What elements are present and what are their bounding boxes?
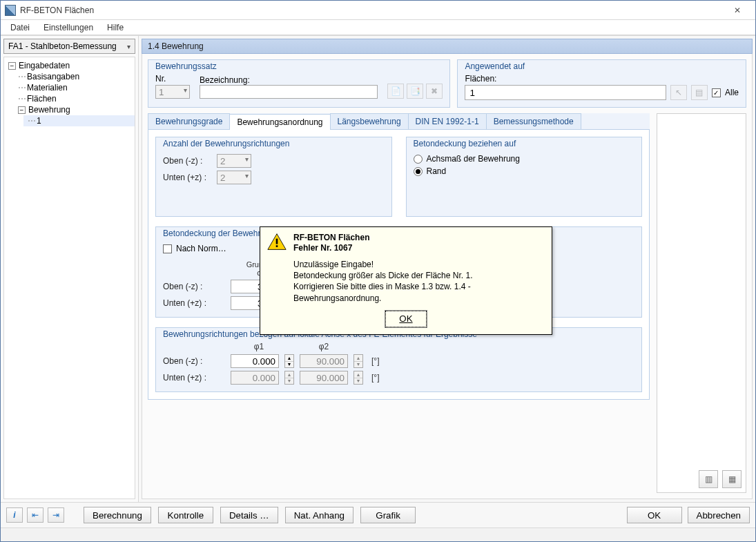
tabs: Bewehrungsgrade Bewehrungsanordnung Läng… xyxy=(148,113,650,130)
check-icon xyxy=(163,244,172,253)
label-r-oben: Oben (-z) : xyxy=(163,356,225,366)
list-flaeche-button[interactable]: ▤ xyxy=(691,85,708,100)
close-icon: ✕ xyxy=(734,6,741,15)
unit-deg: [°] xyxy=(371,356,379,366)
check-icon xyxy=(712,88,721,97)
calc-button[interactable]: Berechnung xyxy=(84,507,151,523)
tree-item-materialien[interactable]: Materialien xyxy=(14,82,135,93)
group-bewehrungssatz: Bewehrungssatz Nr. 1 Bezeichnung: xyxy=(148,59,450,108)
app-icon xyxy=(5,5,16,16)
collapse-icon[interactable]: − xyxy=(18,106,26,114)
arrow-left-icon: ⇤ xyxy=(32,510,39,520)
label-anzahl-oben: Oben (-z) : xyxy=(163,156,211,166)
input-r-oben-phi1[interactable] xyxy=(231,354,279,368)
menu-file[interactable]: Datei xyxy=(5,21,35,34)
view-button-2[interactable]: ▦ xyxy=(722,470,742,488)
next-page-button[interactable]: ⇥ xyxy=(48,507,64,523)
select-anzahl-unten[interactable]: 2 xyxy=(217,171,251,184)
legend-betondeckung: Betondeckung der Bewehrung xyxy=(162,229,275,238)
spinner[interactable]: ▲▼ xyxy=(284,354,294,368)
legend-anzahl: Anzahl der Bewehrungsrichtungen xyxy=(162,139,291,148)
label-nr: Nr. xyxy=(155,74,190,84)
pick-icon: ↖ xyxy=(675,88,682,97)
tree-item-basisangaben[interactable]: Basisangaben xyxy=(14,71,135,82)
window-title: RF-BETON Flächen xyxy=(20,6,94,15)
label-anzahl-unten: Unten (+z) : xyxy=(163,173,211,182)
legend-bewehrungssatz: Bewehrungssatz xyxy=(154,61,218,71)
label-r-unten: Unten (+z) : xyxy=(163,373,225,383)
select-nr[interactable]: 1 xyxy=(155,85,190,99)
svg-rect-1 xyxy=(276,239,278,244)
close-button[interactable]: ✕ xyxy=(724,2,751,19)
error-title-nr: Fehler Nr. 1067 xyxy=(293,243,369,253)
header-phi1: φ1 xyxy=(229,342,289,351)
copy-set-button[interactable]: 📑 xyxy=(407,84,423,99)
ok-button[interactable]: OK xyxy=(627,507,682,523)
tab-bemessungsmethode[interactable]: Bemessungsmethode xyxy=(486,113,581,129)
svg-rect-2 xyxy=(276,245,278,247)
label-flaechen: Flächen: xyxy=(465,74,739,84)
help-icon: i xyxy=(13,510,15,520)
radio-achsmass[interactable]: Achsmaß der Bewehrung xyxy=(414,154,635,164)
new-set-button[interactable]: 📄 xyxy=(387,84,404,99)
panel-title: 1.4 Bewehrung xyxy=(142,39,753,54)
error-line-3: Korrigieren Sie bitte dies in Maske 1.3 … xyxy=(293,281,545,303)
tree-root[interactable]: −Eingabedaten xyxy=(4,60,135,71)
details-button[interactable]: Details … xyxy=(220,507,278,523)
input-bezeichnung[interactable] xyxy=(200,85,378,99)
menu-settings[interactable]: Einstellungen xyxy=(38,21,99,34)
spinner: ▲▼ xyxy=(353,354,363,368)
input-r-unten-phi2 xyxy=(300,371,348,385)
select-anzahl-oben[interactable]: 2 xyxy=(217,154,251,168)
collapse-icon[interactable]: − xyxy=(8,62,16,70)
input-flaechen[interactable] xyxy=(465,85,666,100)
tree-root-label: Eingabedaten xyxy=(19,61,70,70)
tree-leaf-bewehrung-1[interactable]: 1 xyxy=(23,115,135,126)
label-bezeichnung: Bezeichnung: xyxy=(200,75,378,85)
left-pane: FA1 - Stahlbeton-Bemessung −Eingabedaten… xyxy=(1,36,139,502)
copy-icon: 📑 xyxy=(410,86,420,96)
header-phi2: φ2 xyxy=(294,342,353,351)
spinner: ▲▼ xyxy=(353,371,363,385)
input-r-unten-phi1 xyxy=(231,371,279,385)
grafik-button[interactable]: Grafik xyxy=(360,507,416,523)
radio-icon xyxy=(414,167,423,176)
tab-bewehrungsanordnung[interactable]: Bewehrungsanordnung xyxy=(229,114,330,130)
view-button-1[interactable]: ▥ xyxy=(699,470,718,488)
tree-item-flaechen[interactable]: Flächen xyxy=(14,93,135,104)
delete-set-button[interactable]: ✖ xyxy=(426,84,443,99)
radio-rand[interactable]: Rand xyxy=(414,166,635,176)
tab-din-en[interactable]: DIN EN 1992-1-1 xyxy=(408,113,487,129)
error-ok-button[interactable]: OK xyxy=(385,311,427,327)
cancel-button[interactable]: Abbrechen xyxy=(688,507,750,523)
group-anzahl: Anzahl der Bewehrungsrichtungen Oben (-z… xyxy=(155,137,392,217)
prev-page-button[interactable]: ⇤ xyxy=(27,507,43,523)
error-dialog: RF-BETON Flächen Fehler Nr. 1067 Unzuläs… xyxy=(260,226,552,335)
tab-laengsbewehrung[interactable]: Längsbewehrung xyxy=(330,113,409,129)
input-r-oben-phi2 xyxy=(300,354,348,368)
nat-anhang-button[interactable]: Nat. Anhang xyxy=(285,507,353,523)
label-bd-unten: Unten (+z) : xyxy=(163,298,225,308)
tab-bewehrungsgrade[interactable]: Bewehrungsgrade xyxy=(148,113,230,129)
menubar: Datei Einstellungen Hilfe xyxy=(1,20,755,35)
pick-flaeche-button[interactable]: ↖ xyxy=(670,85,687,100)
legend-angewendet: Angewendet auf xyxy=(463,61,526,71)
nav-tree[interactable]: −Eingabedaten Basisangaben Materialien F… xyxy=(3,57,135,499)
arrow-right-icon: ⇥ xyxy=(52,510,59,520)
titlebar: RF-BETON Flächen ✕ xyxy=(1,1,755,20)
tree-node-bewehrung[interactable]: −Bewehrung xyxy=(14,104,135,115)
help-button[interactable]: i xyxy=(6,507,23,523)
error-line-1: Unzulässige Eingabe! xyxy=(293,259,545,270)
spinner: ▲▼ xyxy=(284,371,294,385)
checkbox-alle[interactable]: Alle xyxy=(712,88,739,97)
case-selector[interactable]: FA1 - Stahlbeton-Bemessung xyxy=(3,39,135,54)
label-bd-oben: Oben (-z) : xyxy=(163,282,225,291)
group-betonbez: Betondeckung beziehen auf Achsmaß der Be… xyxy=(406,137,643,217)
error-line-2: Betondeckung größer als Dicke der Fläche… xyxy=(293,270,545,281)
menu-help[interactable]: Hilfe xyxy=(101,21,129,34)
group-angewendet: Angewendet auf Flächen: ↖ ▤ Alle xyxy=(457,59,746,108)
unit-deg: [°] xyxy=(371,373,379,383)
kontrolle-button[interactable]: Kontrolle xyxy=(158,507,213,523)
layout-icon: ▥ xyxy=(705,474,713,484)
footer: i ⇤ ⇥ Berechnung Kontrolle Details … Nat… xyxy=(1,502,755,528)
